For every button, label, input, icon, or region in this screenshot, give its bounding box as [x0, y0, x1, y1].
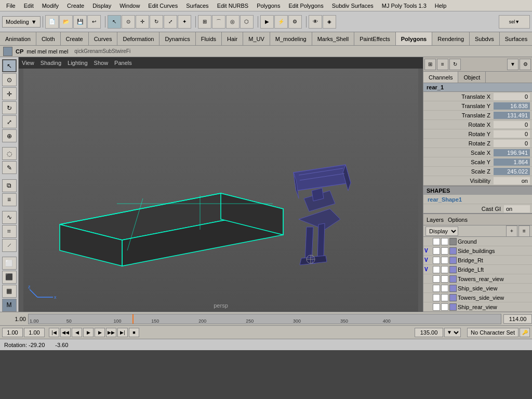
stop-btn[interactable]: ■ — [129, 328, 139, 337]
move-tool-left[interactable]: ✛ — [2, 87, 17, 100]
open-btn[interactable]: 📂 — [59, 15, 73, 29]
layer-checkbox-2[interactable] — [441, 285, 448, 292]
tab-cloth[interactable]: Cloth — [36, 32, 61, 45]
split-poly[interactable]: ⟋ — [2, 239, 17, 252]
ch-value-ty[interactable]: 16.838 — [494, 102, 530, 110]
range-dropdown[interactable]: ▼ — [444, 328, 461, 337]
tab-marks-shell[interactable]: Marks_Shell — [312, 32, 355, 45]
tab-rendering[interactable]: Rendering — [432, 32, 470, 45]
layer-checkbox-2[interactable] — [441, 266, 448, 273]
snap-surface[interactable]: ⬡ — [240, 15, 254, 29]
rotate-tool-left[interactable]: ↻ — [2, 101, 17, 114]
layer-checkbox-2[interactable] — [441, 247, 448, 255]
scale-tool-left[interactable]: ⤢ — [2, 115, 17, 128]
vp-menu-show[interactable]: Show — [94, 60, 109, 66]
menu-subdiv[interactable]: Subdiv Surfaces — [328, 2, 378, 10]
tab-polygons[interactable]: Polygons — [396, 32, 433, 45]
snap-curve[interactable]: ⌒ — [212, 15, 225, 29]
vp-menu-lighting[interactable]: Lighting — [68, 60, 88, 66]
tab-hair[interactable]: Hair — [222, 32, 243, 45]
universal-tool[interactable]: ✦ — [178, 15, 191, 29]
play-btn[interactable]: ▶ — [83, 328, 94, 337]
viewport[interactable]: View Shading Lighting Show Panels — [19, 57, 423, 312]
key-icon[interactable]: 🔑 — [520, 328, 530, 337]
ch-value-ry[interactable]: 0 — [494, 130, 530, 138]
tab-create[interactable]: Create — [61, 32, 89, 45]
ch-value-rx[interactable]: 0 — [494, 121, 530, 128]
misc-3[interactable]: ▦ — [2, 285, 17, 298]
ch-value-rz[interactable]: 0 — [494, 140, 530, 147]
show-hide[interactable]: 👁 — [309, 15, 322, 29]
timeline-start-value[interactable]: 1.00 — [2, 316, 28, 322]
render-btn[interactable]: ▶ — [260, 15, 274, 29]
layer-checkbox-1[interactable] — [433, 257, 440, 264]
layer-checkbox-2[interactable] — [441, 303, 448, 311]
tab-m-modeling[interactable]: M_modeling — [270, 32, 312, 45]
menu-create[interactable]: Create — [63, 2, 88, 10]
menu-file[interactable]: File — [2, 2, 20, 10]
menu-display[interactable]: Display — [88, 2, 115, 10]
layer-checkbox-1[interactable] — [433, 285, 440, 292]
curve-edit[interactable]: ∿ — [2, 211, 17, 224]
viewport-canvas[interactable]: persp z x — [19, 69, 423, 312]
tab-muv[interactable]: M_UV — [243, 32, 270, 45]
panel-icon-3[interactable]: ↻ — [449, 59, 461, 70]
layer-checkbox-1[interactable] — [433, 294, 440, 301]
move-tool[interactable]: ✛ — [136, 15, 149, 29]
layers-tab-layers[interactable]: Layers — [427, 217, 444, 223]
cp-icon[interactable] — [3, 47, 12, 56]
rotate-tool[interactable]: ↻ — [150, 15, 163, 29]
timeline-ruler[interactable]: 1.00 50 100 150 200 250 300 350 400 — [28, 314, 501, 324]
layers-add-icon[interactable]: + — [506, 225, 517, 237]
ch-value-vis[interactable]: on — [494, 177, 530, 184]
menu-edit-nurbs[interactable]: Edit NURBS — [213, 2, 253, 10]
next-key-btn[interactable]: ▶▶ — [106, 328, 116, 337]
menu-edit[interactable]: Edit — [20, 2, 38, 10]
lasso-tool[interactable]: ⊙ — [122, 15, 135, 29]
layer-row[interactable]: Ship_rear_view — [423, 302, 532, 312]
range-start-input[interactable] — [2, 328, 23, 337]
prev-key-btn[interactable]: ◀◀ — [60, 328, 71, 337]
go-end-btn[interactable]: ▶| — [117, 328, 128, 337]
isolate[interactable]: ◈ — [323, 15, 336, 29]
vp-menu-panels[interactable]: Panels — [114, 60, 132, 66]
ch-value-sx[interactable]: 196.941 — [494, 149, 530, 156]
snap-grid[interactable]: ⊞ — [198, 15, 211, 29]
misc-2[interactable]: ⬛ — [2, 271, 17, 284]
attr-editor[interactable]: ≡ — [2, 193, 17, 206]
layer-visible-indicator[interactable]: V — [424, 267, 432, 272]
layers-options-icon[interactable]: ≡ — [518, 225, 530, 237]
layers-type-select[interactable]: Display — [425, 227, 458, 236]
current-frame-input[interactable] — [503, 314, 532, 324]
tab-subdvs[interactable]: Subdvs — [470, 32, 500, 45]
select-tool-left[interactable]: ↖ — [2, 59, 17, 72]
universal-manip[interactable]: ⊕ — [2, 129, 17, 142]
layer-row[interactable]: VSide_buildings — [423, 246, 532, 256]
sculpt-tool[interactable]: ✎ — [2, 161, 17, 174]
panel-icon-2[interactable]: ≡ — [437, 59, 448, 70]
range-end-input[interactable] — [24, 328, 45, 337]
layer-visible-indicator[interactable]: V — [424, 248, 432, 254]
prev-frame-btn[interactable]: ◀ — [72, 328, 82, 337]
show-manip[interactable]: ⧉ — [2, 179, 17, 192]
menu-edit-polygons[interactable]: Edit Polygons — [284, 2, 327, 10]
tab-fluids[interactable]: Fluids — [196, 32, 222, 45]
layer-checkbox-2[interactable] — [441, 257, 448, 264]
vp-menu-view[interactable]: View — [22, 60, 34, 66]
layer-checkbox-2[interactable] — [441, 238, 448, 245]
ch-value-sz[interactable]: 245.022 — [494, 168, 530, 175]
select-tool[interactable]: ↖ — [108, 15, 121, 29]
extras-btn[interactable]: sel▼ — [499, 15, 530, 29]
mode-dropdown[interactable]: Modeling ▼ — [2, 16, 41, 28]
layer-row[interactable]: VBridge_Rt — [423, 256, 532, 265]
insert-edge[interactable]: ⌗ — [2, 225, 17, 238]
go-start-btn[interactable]: |◀ — [49, 328, 59, 337]
soft-select[interactable]: ◌ — [2, 147, 17, 160]
next-frame-btn[interactable]: ▶ — [95, 328, 105, 337]
tab-curves[interactable]: Curves — [89, 32, 118, 45]
layer-row[interactable]: Towers_rear_view — [423, 274, 532, 284]
layer-row[interactable]: Ground — [423, 237, 532, 246]
tab-dynamics[interactable]: Dynamics — [159, 32, 195, 45]
tab-deformation[interactable]: Deformation — [117, 32, 159, 45]
layer-checkbox-1[interactable] — [433, 238, 440, 245]
